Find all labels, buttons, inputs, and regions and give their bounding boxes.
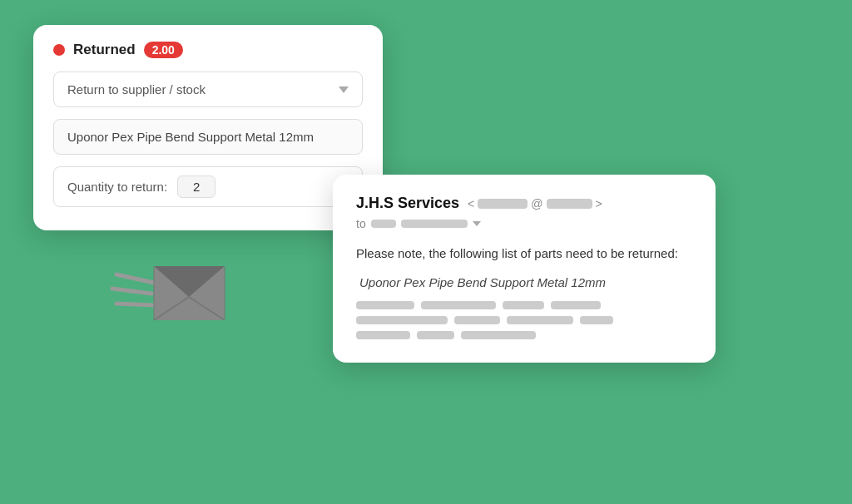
blur-line: [417, 331, 454, 339]
to-chevron-icon: [473, 221, 481, 226]
status-row: Returned 2.00: [53, 42, 363, 58]
quantity-value: 2: [177, 175, 215, 198]
blur-line-row-3: [356, 331, 692, 339]
return-type-dropdown[interactable]: Return to supplier / stock: [53, 72, 363, 107]
blur-line: [421, 301, 496, 309]
email-header: J.H.S Services < @ >: [356, 195, 692, 212]
to-row: to: [356, 217, 692, 230]
svg-line-2: [116, 304, 154, 305]
quantity-row: Quantity to return: 2: [53, 166, 363, 207]
email-user-blur: [478, 199, 528, 209]
svg-line-0: [116, 274, 154, 283]
product-name-field: Uponor Pex Pipe Bend Support Metal 12mm: [53, 119, 363, 155]
email-body-text: Please note, the following list of parts…: [356, 244, 692, 264]
blur-line-row-1: [356, 301, 692, 309]
blur-line: [507, 316, 573, 324]
svg-line-1: [112, 289, 151, 294]
at-symbol: @: [531, 197, 542, 210]
blur-line: [356, 331, 410, 339]
to-name-blur-2: [401, 220, 468, 228]
dropdown-value: Return to supplier / stock: [67, 82, 206, 96]
blur-line: [580, 316, 613, 324]
return-card: Returned 2.00 Return to supplier / stock…: [33, 25, 383, 230]
blur-line: [551, 301, 601, 309]
email-blur-content: [356, 301, 692, 339]
chevron-down-icon: [339, 86, 349, 93]
blur-line: [454, 316, 500, 324]
email-card: J.H.S Services < @ > to Please note, the…: [333, 175, 716, 363]
blur-line: [461, 331, 536, 339]
sender-name: J.H.S Services: [356, 195, 459, 212]
to-label: to: [356, 217, 366, 230]
mail-illustration: [108, 237, 233, 348]
angle-open: <: [468, 197, 474, 210]
email-domain-blur: [547, 199, 592, 209]
status-dot-icon: [53, 44, 65, 56]
blur-line: [356, 301, 414, 309]
blur-line: [356, 316, 448, 324]
blur-line: [503, 301, 544, 309]
status-label: Returned: [73, 42, 136, 58]
status-badge: 2.00: [144, 42, 183, 58]
quantity-label: Quantity to return:: [67, 180, 167, 194]
blur-line-row-2: [356, 316, 692, 324]
email-product-name: Uponor Pex Pipe Bend Support Metal 12mm: [356, 275, 692, 289]
email-address-area: < @ >: [468, 197, 602, 210]
angle-close: >: [596, 197, 602, 210]
to-name-blur-1: [371, 220, 396, 228]
